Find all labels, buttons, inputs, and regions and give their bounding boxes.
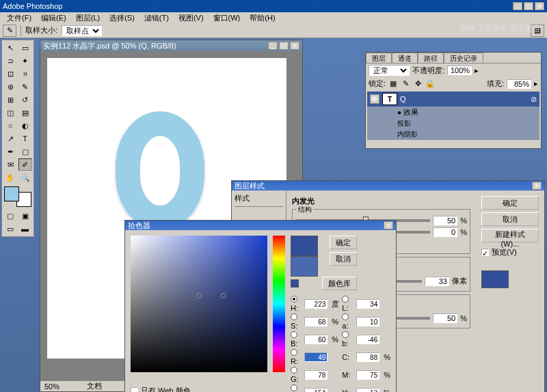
close-button[interactable]: ✕ (535, 2, 544, 10)
ls-cancel-button[interactable]: 取消 (481, 212, 539, 226)
bb-field[interactable] (304, 388, 328, 392)
maximize-button[interactable]: ▢ (524, 2, 533, 10)
heal-tool[interactable]: ⊛ (3, 81, 17, 93)
s-radio[interactable] (291, 313, 297, 320)
menu-window[interactable]: 窗口(W) (209, 13, 245, 23)
shape-tool[interactable]: ▢ (18, 145, 32, 158)
ls-range-field[interactable] (433, 313, 457, 323)
lock-paint-icon[interactable]: ✎ (401, 79, 410, 89)
tab-layers[interactable]: 图层 (366, 53, 392, 63)
wand-tool[interactable]: ✦ (18, 55, 32, 67)
m-field[interactable] (356, 370, 379, 380)
menu-select[interactable]: 选择(S) (105, 13, 139, 23)
ls-noise-field[interactable] (433, 227, 457, 237)
stamp-tool[interactable]: ⊞ (3, 94, 17, 106)
bb-radio[interactable] (291, 384, 297, 391)
l-field[interactable] (356, 299, 379, 309)
l-radio[interactable] (342, 296, 349, 303)
blend-mode-select[interactable]: 正常 (369, 65, 410, 76)
fx-dropshadow[interactable]: 投影 (367, 118, 539, 129)
h-field[interactable] (304, 299, 328, 309)
lasso-tool[interactable]: ⊃ (3, 55, 17, 67)
fx-badge-icon[interactable]: ⊘ (531, 95, 537, 104)
fill-field[interactable] (507, 79, 531, 89)
fx-header[interactable]: ● 效果 (367, 107, 539, 118)
opacity-field[interactable] (447, 66, 472, 75)
screenmode-std[interactable]: ▭ (3, 223, 17, 235)
cp-cancel-button[interactable]: 取消 (330, 252, 357, 266)
lock-transparency-icon[interactable]: ▦ (388, 79, 398, 89)
c-field[interactable] (356, 352, 379, 362)
ls-size-field[interactable] (425, 277, 449, 286)
hand-tool[interactable]: ✋ (3, 171, 17, 184)
fx-innershadow[interactable]: 内阴影 (367, 129, 539, 140)
ls-newstyle-button[interactable]: 新建样式(W)... (481, 229, 539, 242)
color-marker-1[interactable] (196, 293, 202, 298)
menu-view[interactable]: 视图(V) (174, 13, 208, 23)
r-field[interactable] (304, 352, 328, 362)
brush-tool[interactable]: ✎ (18, 81, 32, 93)
h-radio[interactable] (291, 296, 297, 303)
tab-basics[interactable]: 基础 (459, 23, 475, 33)
zoom-tool[interactable]: 🔍 (18, 171, 32, 184)
websafe-swatch[interactable] (291, 279, 299, 288)
b-radio[interactable] (291, 331, 297, 338)
doc-minimize[interactable]: _ (268, 42, 278, 50)
path-tool[interactable]: ↗ (3, 132, 17, 145)
s-field[interactable] (304, 317, 328, 326)
tab-channels[interactable]: 通道 (392, 53, 418, 63)
blur-tool[interactable]: ○ (3, 120, 17, 132)
lock-move-icon[interactable]: ✥ (413, 79, 423, 89)
lab-b-radio[interactable] (342, 331, 349, 338)
color-field[interactable] (131, 236, 267, 372)
eyedropper-tool[interactable]: ✐ (18, 158, 32, 171)
colorpicker-titlebar[interactable]: 拾色器 ✕ (125, 221, 396, 230)
menu-filter[interactable]: 滤镜(T) (140, 13, 173, 23)
type-tool[interactable]: T (18, 132, 32, 145)
menu-help[interactable]: 帮助(H) (245, 13, 279, 23)
minimize-button[interactable]: _ (513, 2, 522, 10)
cp-library-button[interactable]: 颜色库 (322, 277, 357, 290)
menu-layer[interactable]: 图层(L) (72, 13, 104, 23)
opacity-arrow-icon[interactable]: ▸ (475, 66, 479, 75)
menu-file[interactable]: 文件(F) (3, 13, 36, 23)
eraser-tool[interactable]: ◫ (3, 107, 17, 119)
preview-checkbox[interactable]: ✓ (481, 249, 489, 256)
move-tool[interactable]: ↖ (3, 42, 17, 54)
webonly-checkbox[interactable] (131, 387, 138, 392)
gradient-tool[interactable]: ▤ (18, 107, 32, 119)
crop-tool[interactable]: ⊡ (3, 68, 17, 80)
tab-history[interactable]: 历史记录 (444, 53, 483, 63)
doc-maximize[interactable]: ▢ (279, 42, 289, 50)
g-field[interactable] (304, 370, 328, 380)
tab-tool-presets[interactable]: 工具预设 (477, 23, 507, 33)
cp-ok-button[interactable]: 确定 (330, 236, 357, 249)
history-brush-tool[interactable]: ↺ (18, 94, 32, 106)
tab-paths[interactable]: 路径 (418, 53, 444, 63)
a-field[interactable] (356, 317, 379, 326)
fill-arrow-icon[interactable]: ▸ (534, 79, 538, 88)
screenmode-full[interactable]: ▬ (18, 223, 32, 235)
doc-close[interactable]: ✕ (290, 42, 299, 50)
layer-thumbnail[interactable]: T (382, 93, 397, 105)
y-field[interactable] (356, 388, 379, 392)
zoom-level[interactable]: 50% (44, 382, 59, 391)
color-marker-2[interactable] (221, 293, 226, 298)
slice-tool[interactable]: ⌗ (18, 68, 32, 80)
quickmask-on[interactable]: ▣ (18, 210, 32, 222)
tab-layer-comps[interactable]: 图层复合 (510, 23, 540, 33)
layer-name[interactable]: Q (400, 95, 406, 103)
ls-ok-button[interactable]: 确定 (481, 196, 539, 210)
ls-opacity-field[interactable] (433, 216, 457, 225)
a-radio[interactable] (342, 313, 349, 320)
foreground-color-swatch[interactable] (4, 186, 19, 201)
sample-size-select[interactable]: 取样点 (62, 25, 102, 36)
quickmask-off[interactable]: ▢ (3, 210, 17, 222)
layer-row[interactable]: 👁 T Q ⊘ (367, 92, 539, 107)
dodge-tool[interactable]: ◐ (18, 120, 32, 132)
bval-field[interactable] (304, 335, 328, 344)
lock-all-icon[interactable]: 🔒 (425, 79, 435, 89)
g-radio[interactable] (291, 367, 297, 374)
hue-slider[interactable] (273, 236, 285, 372)
visibility-eye-icon[interactable]: 👁 (370, 94, 379, 104)
